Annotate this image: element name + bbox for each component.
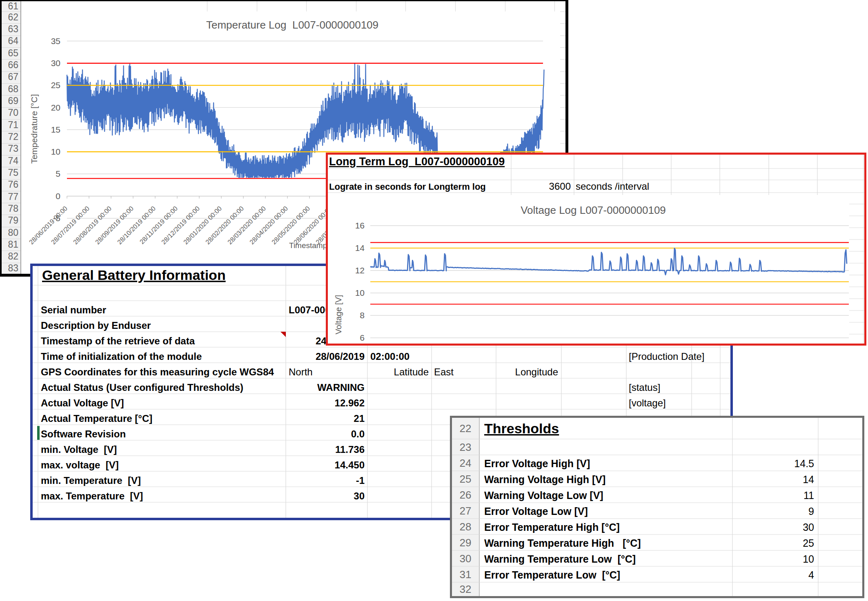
svg-text:Lograte in seconds for Longter: Lograte in seconds for Longterm log (329, 182, 486, 192)
svg-text:28/07/2019 00:00: 28/07/2019 00:00 (50, 205, 91, 246)
svg-text:Timestamp of the retrieve of d: Timestamp of the retrieve of data (41, 335, 195, 346)
svg-text:Software Revision: Software Revision (41, 428, 126, 439)
svg-text:28/12/2019 00:00: 28/12/2019 00:00 (160, 205, 201, 246)
svg-text:30: 30 (51, 58, 60, 68)
svg-text:Warning Temperature High [°C: Warning Temperature High [°C] (484, 537, 641, 549)
svg-text:30: 30 (460, 552, 472, 565)
svg-text:Warning Temperature Low [°C]: Warning Temperature Low [°C] (484, 553, 636, 565)
svg-text:3600: 3600 (549, 181, 571, 192)
svg-text:Serial number: Serial number (41, 304, 106, 315)
svg-text:28/08/2019 00:00: 28/08/2019 00:00 (72, 205, 113, 246)
svg-text:min. Voltage [V]: min. Voltage [V] (41, 444, 117, 455)
svg-text:30: 30 (354, 490, 365, 501)
svg-text:-1: -1 (356, 475, 365, 486)
svg-text:Time of initialization of the: Time of initialization of the module (41, 351, 202, 362)
svg-text:14: 14 (355, 243, 365, 253)
svg-text:28/01/2020 00:00: 28/01/2020 00:00 (182, 205, 223, 246)
svg-text:Error Temperature High [°C]: Error Temperature High [°C] (484, 521, 620, 533)
svg-text:General Battery Information: General Battery Information (42, 267, 226, 283)
svg-text:Actual Voltage [V]: Actual Voltage [V] (41, 397, 124, 408)
svg-text:25: 25 (51, 80, 60, 90)
svg-text:28/06/2019: 28/06/2019 (316, 351, 365, 362)
svg-text:28/05/2020 00:00: 28/05/2020 00:00 (270, 205, 311, 246)
svg-text:16: 16 (355, 221, 365, 230)
svg-text:min. Temperature [V]: min. Temperature [V] (41, 475, 141, 486)
svg-text:North: North (289, 366, 313, 377)
svg-text:11.736: 11.736 (335, 444, 365, 455)
svg-text:Description by Enduser: Description by Enduser (41, 320, 151, 331)
svg-text:max. Temperature [V]: max. Temperature [V] (41, 490, 143, 501)
svg-text:11: 11 (803, 490, 814, 501)
svg-text:28/11/2019 00:00: 28/11/2019 00:00 (138, 205, 179, 245)
svg-text:14: 14 (803, 474, 814, 485)
svg-text:25: 25 (803, 537, 814, 549)
svg-text:Warning Voltage High [V]: Warning Voltage High [V] (484, 474, 605, 485)
svg-text:28/06/2019 00:00: 28/06/2019 00:00 (28, 205, 69, 246)
svg-text:9: 9 (808, 506, 814, 517)
svg-text:Actual Status (User configured: Actual Status (User configured Threshold… (41, 382, 243, 393)
svg-text:Timestamp: Timestamp (289, 241, 327, 250)
svg-text:31: 31 (460, 568, 472, 581)
svg-text:29: 29 (460, 537, 472, 549)
svg-text:22: 22 (460, 422, 472, 435)
svg-text:10: 10 (51, 147, 60, 156)
svg-text:Actual Temperature [°C]: Actual Temperature [°C] (41, 413, 152, 424)
svg-text:0: 0 (56, 191, 60, 201)
svg-text:[voltage]: [voltage] (629, 397, 666, 408)
svg-text:WARNING: WARNING (317, 382, 365, 393)
svg-text:Latitude: Latitude (394, 366, 429, 377)
svg-text:Long Term Log L007-0000000109: Long Term Log L007-0000000109 (329, 155, 505, 168)
svg-text:28/03/2020 00:00: 28/03/2020 00:00 (226, 205, 267, 246)
svg-text:seconds /interval: seconds /interval (576, 181, 649, 192)
svg-text:max. voltage [V]: max. voltage [V] (41, 459, 119, 470)
svg-text:15: 15 (51, 125, 60, 134)
svg-text:24: 24 (460, 457, 472, 469)
svg-text:Error Voltage High [V]: Error Voltage High [V] (484, 458, 590, 469)
svg-text:35: 35 (51, 36, 60, 46)
svg-text:28/02/2020 00:00: 28/02/2020 00:00 (204, 205, 245, 246)
svg-text:0.0: 0.0 (351, 428, 365, 439)
svg-text:28: 28 (460, 521, 472, 533)
svg-text:Warning Voltage Low [V]: Warning Voltage Low [V] (484, 490, 603, 501)
svg-text:Thresholds: Thresholds (484, 421, 559, 436)
svg-text:Temperature Log L007-00000001: Temperature Log L007-0000000109 (206, 19, 378, 31)
svg-text:32: 32 (460, 583, 472, 595)
svg-text:Voltage [V]: Voltage [V] (334, 295, 343, 335)
svg-text:Error Voltage Low [V]: Error Voltage Low [V] (484, 506, 588, 517)
svg-text:Tempedrature [°C]: Tempedrature [°C] (29, 94, 39, 164)
svg-text:14.450: 14.450 (335, 459, 365, 470)
svg-text:4: 4 (808, 569, 814, 581)
svg-text:28/10/2019 00:00: 28/10/2019 00:00 (116, 205, 157, 246)
svg-text:[Production Date]: [Production Date] (629, 351, 704, 362)
svg-text:12: 12 (355, 266, 365, 275)
svg-text:28/09/2019 00:00: 28/09/2019 00:00 (94, 205, 135, 246)
svg-text:14.5: 14.5 (794, 458, 814, 469)
svg-text:12.962: 12.962 (335, 397, 365, 408)
svg-text:26: 26 (460, 489, 472, 501)
svg-text:21: 21 (354, 413, 365, 424)
svg-text:6: 6 (360, 333, 365, 342)
svg-text:Longitude: Longitude (515, 366, 558, 377)
svg-text:27: 27 (460, 505, 472, 517)
svg-text:5: 5 (56, 169, 60, 178)
svg-text:Voltage Log L007-0000000109: Voltage Log L007-0000000109 (521, 204, 666, 216)
svg-text:8: 8 (360, 310, 365, 320)
svg-text:28/04/2020 00:00: 28/04/2020 00:00 (248, 205, 289, 246)
svg-text:02:00:00: 02:00:00 (370, 351, 410, 362)
svg-text:[status]: [status] (629, 382, 660, 393)
svg-text:23: 23 (460, 441, 472, 453)
svg-text:30: 30 (803, 521, 814, 533)
svg-text:20: 20 (51, 103, 60, 112)
svg-text:Error Temperature Low [°C]: Error Temperature Low [°C] (484, 569, 620, 581)
svg-text:10: 10 (803, 553, 814, 565)
svg-text:25: 25 (460, 473, 472, 485)
svg-text:GPS Coordinates for this measu: GPS Coordinates for this measuring cycle… (41, 366, 274, 377)
svg-text:10: 10 (355, 288, 365, 297)
svg-text:East: East (434, 366, 454, 377)
